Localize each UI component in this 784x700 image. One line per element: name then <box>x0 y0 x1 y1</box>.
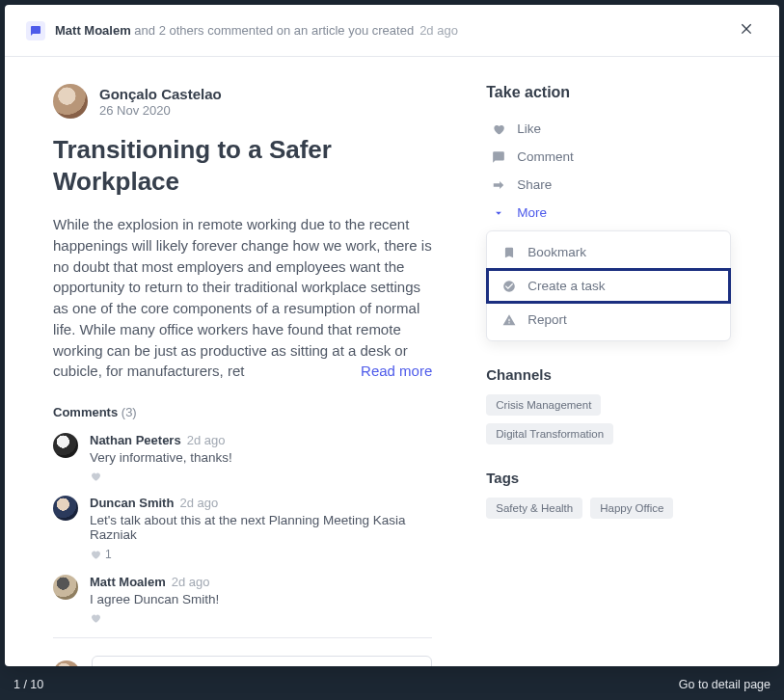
tag-chip[interactable]: Safety & Health <box>486 498 582 519</box>
comment-item: Nathan Peeters2d ago Very informative, t… <box>53 433 432 482</box>
like-action[interactable]: Like <box>486 115 731 143</box>
heart-icon <box>90 612 101 624</box>
comment-like-button[interactable] <box>90 612 432 624</box>
comment-item: Duncan Smith2d ago Let's talk about this… <box>53 496 432 561</box>
more-action[interactable]: More <box>486 199 731 227</box>
warning-icon <box>502 313 516 327</box>
check-circle-icon <box>502 280 516 293</box>
comment-like-count: 1 <box>105 548 112 561</box>
commenter-avatar[interactable] <box>53 433 78 458</box>
report-action[interactable]: Report <box>487 303 730 337</box>
comment-time: 2d ago <box>179 496 218 510</box>
tags-list: Safety & Health Happy Office <box>486 498 731 519</box>
notification-text: Matt Moalem and 2 others commented on an… <box>55 23 458 38</box>
footer-bar: 1 / 10 Go to detail page <box>0 669 784 700</box>
author-row: Gonçalo Castelao 26 Nov 2020 <box>53 84 432 119</box>
create-task-action[interactable]: Create a task <box>487 269 730 303</box>
take-action-title: Take action <box>486 84 731 101</box>
channel-chip[interactable]: Digital Transformation <box>486 423 613 444</box>
bookmark-action[interactable]: Bookmark <box>487 235 730 269</box>
notification-bar: Matt Moalem and 2 others commented on an… <box>5 5 779 57</box>
comments-count: (3) <box>122 405 137 419</box>
comment-text: Let's talk about this at the next Planni… <box>90 513 432 542</box>
main-column: Gonçalo Castelao 26 Nov 2020 Transitioni… <box>53 84 432 647</box>
commenter-avatar[interactable] <box>53 575 78 600</box>
heart-icon <box>492 122 505 136</box>
commenter-name[interactable]: Matt Moalem <box>90 575 166 589</box>
author-avatar[interactable] <box>53 84 88 119</box>
chevron-down-icon <box>492 206 505 220</box>
share-action[interactable]: Share <box>486 171 731 199</box>
commenter-name[interactable]: Nathan Peeters <box>90 433 181 447</box>
add-comment-input[interactable] <box>92 656 432 666</box>
share-icon <box>492 178 505 192</box>
pager: 1 / 10 <box>14 678 43 691</box>
channel-chip[interactable]: Crisis Management <box>486 394 601 416</box>
article-modal: Matt Moalem and 2 others commented on an… <box>5 5 779 666</box>
comment-like-button[interactable] <box>90 471 432 482</box>
article-title: Transitioning to a Safer Workplace <box>53 134 432 197</box>
current-user-avatar <box>53 660 80 667</box>
channels-title: Channels <box>486 366 731 383</box>
author-date: 26 Nov 2020 <box>99 103 222 118</box>
tags-title: Tags <box>486 470 731 486</box>
comments-header: Comments (3) <box>53 405 432 419</box>
comment-action[interactable]: Comment <box>486 143 731 171</box>
heart-icon <box>90 471 101 482</box>
notification-time: 2d ago <box>419 23 458 38</box>
modal-content: Gonçalo Castelao 26 Nov 2020 Transitioni… <box>5 57 779 666</box>
author-name[interactable]: Gonçalo Castelao <box>99 86 222 102</box>
more-menu: Bookmark Create a task Report <box>486 230 731 341</box>
bookmark-icon <box>502 246 516 259</box>
comment-text: I agree Duncan Smith! <box>90 592 432 606</box>
heart-icon <box>90 549 101 560</box>
comment-text: Very informative, thanks! <box>90 450 432 465</box>
comment-notification-icon <box>26 21 45 40</box>
comment-like-button[interactable]: 1 <box>90 548 432 561</box>
commenter-name[interactable]: Duncan Smith <box>90 496 174 510</box>
comment-time: 2d ago <box>187 433 226 447</box>
comment-time: 2d ago <box>172 575 210 589</box>
notification-actor: Matt Moalem <box>55 23 131 38</box>
go-to-detail-link[interactable]: Go to detail page <box>679 678 770 691</box>
comment-icon <box>492 150 505 164</box>
close-button[interactable] <box>735 16 758 44</box>
side-column: Take action Like Comment Share More B <box>486 84 731 647</box>
tag-chip[interactable]: Happy Office <box>590 498 673 519</box>
comment-item: Matt Moalem2d ago I agree Duncan Smith! <box>53 575 432 624</box>
read-more-link[interactable]: Read more <box>361 361 432 382</box>
commenter-avatar[interactable] <box>53 496 78 521</box>
channels-list: Crisis Management Digital Transformation <box>486 394 731 444</box>
add-comment-row <box>53 637 432 666</box>
article-body: While the explosion in remote working du… <box>53 214 432 382</box>
